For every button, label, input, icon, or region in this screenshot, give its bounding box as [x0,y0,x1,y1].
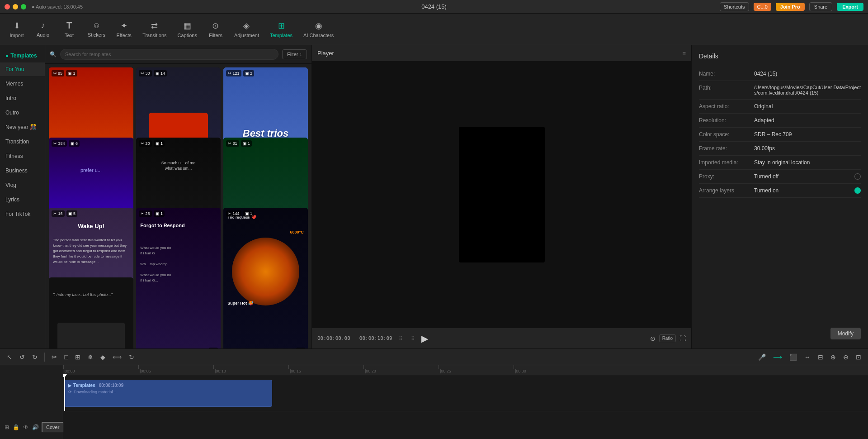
total-time: 00:00:10:09 [359,335,392,341]
tool-effects[interactable]: ✦ Effects [112,18,136,41]
fullscreen-button[interactable]: ⛶ [679,334,686,342]
detail-label-proxy: Proxy: [699,173,749,180]
detail-label-aspect: Aspect ratio: [699,103,749,110]
tool-adjustment[interactable]: ◈ Adjustment [230,18,264,41]
crop-button[interactable]: ⊞ [73,352,83,362]
sidebar-item-for-tiktok[interactable]: For TikTok [0,207,45,221]
arrange-toggle[interactable] [854,187,861,194]
detail-label-path: Path: [699,85,749,91]
sidebar-item-outro[interactable]: Outro [0,106,45,119]
account-button[interactable]: C...0 [754,3,771,11]
redo-button[interactable]: ↻ [30,352,40,362]
search-icon: 🔍 [50,51,57,57]
detail-value-colorspace: SDR – Rec.709 [754,131,861,138]
mirror-button[interactable]: ⟺ [110,352,124,362]
proxy-toggle[interactable] [854,173,861,180]
ratio-button[interactable]: Ratio [659,334,676,342]
select-tool[interactable]: ↖ [5,352,14,362]
player-title: Player [317,50,334,57]
close-button[interactable] [5,4,10,10]
lock-track-icon[interactable]: 🔒 [12,423,20,431]
template-card[interactable]: Forgot to Respond What would you doif i … [136,208,221,349]
cover-button[interactable]: Cover [42,422,64,433]
zoom-to-fit[interactable]: ⊡ [854,352,863,362]
transitions-icon: ⇄ [151,21,158,31]
tool-transitions[interactable]: ⇄ Transitions [138,18,171,41]
tl-tool-2[interactable]: ⬛ [787,352,799,362]
template-card[interactable]: "i hate my face.. but this photo..." 😐 [49,277,133,348]
freeze-button[interactable]: ❄ [85,352,95,362]
tool-text[interactable]: T Text [57,18,81,41]
download-button[interactable]: ⬇ [296,348,305,348]
share-button[interactable]: Share [809,2,832,11]
sidebar-item-business[interactable]: Business [0,164,45,177]
detail-value-proxy: Turned off [754,173,849,180]
modify-button[interactable]: Modify [830,328,861,339]
clip-title: ▶ Templates 00:00:10:09 [68,383,268,388]
detail-resolution: Resolution: Adapted [699,114,861,128]
split-button[interactable]: ✂ [49,352,59,362]
minimize-button[interactable] [13,4,18,10]
tl-tool-1[interactable]: ⟶ [771,352,784,362]
tool-templates[interactable]: ⊞ Templates [265,18,297,41]
template-clip[interactable]: ▶ Templates 00:00:10:09 ⟳ Downloading ma… [64,380,272,407]
clip-subtitle: ⟳ Downloading material... [68,390,268,394]
ai-characters-label: AI Characters [303,33,334,38]
templates-panel: ● Templates For You Memes Intro Outro Ne… [0,45,312,348]
undo-button[interactable]: ↺ [17,352,27,362]
transitions-label: Transitions [142,33,166,38]
player-menu-icon[interactable]: ≡ [682,50,686,57]
rotate-button[interactable]: ↻ [127,352,137,362]
card-stats: ✂ 16 ▣ 5 [52,210,77,217]
delete-button[interactable]: □ [62,352,70,362]
main-track-lane: ▶ Templates 00:00:10:09 ⟳ Downloading ma… [63,375,868,411]
sidebar-item-new-year[interactable]: New year 🎊 [0,120,45,134]
sidebar-item-vlog[interactable]: Vlog [0,178,45,192]
sidebar-item-fitness[interactable]: Fitness [0,149,45,163]
tl-tool-3[interactable]: ↔ [802,352,813,362]
current-time: 00:00:00.00 [317,335,350,341]
tool-import[interactable]: ⬇ Import [5,18,29,41]
shortcuts-button[interactable]: Shortcuts [720,2,749,11]
tl-tool-5[interactable]: ⊕ [828,352,838,362]
template-card[interactable]: Trio request! ❤️ 6000°C Super Hot 🥵 ✂ 14… [223,208,308,349]
category-sidebar: ● Templates For You Memes Intro Outro Ne… [0,45,45,348]
playhead[interactable] [64,375,65,411]
sidebar-item-for-you[interactable]: For You [0,62,45,76]
sidebar-item-transition[interactable]: Transition [0,135,45,148]
eye-track-icon[interactable]: 👁 [22,423,29,431]
tool-ai-characters[interactable]: ◉ AI Characters [299,18,338,41]
mic-button[interactable]: 🎤 [756,352,768,362]
filter-button[interactable]: Filter ↕ [282,49,307,59]
tl-tool-6[interactable]: ⊖ [841,352,851,362]
detail-value-resolution: Adapted [754,117,861,124]
fullscreen-focus-icon[interactable]: ⊙ [650,334,656,342]
stickers-icon: ☺ [92,21,100,30]
sidebar-item-memes[interactable]: Memes [0,77,45,91]
detail-path: Path: /Users/topgus/Movies/CapCut/User D… [699,81,861,100]
card-stats: ✂ 20 ▣ 1 [139,140,165,147]
keyframe-button[interactable]: ◆ [98,352,108,362]
detail-label-imported: Imported media: [699,159,749,166]
sidebar-item-intro[interactable]: Intro [0,91,45,105]
play-button[interactable]: ▶ [421,333,428,344]
sidebar-item-lyrics[interactable]: Lyrics [0,193,45,206]
tool-filters[interactable]: ⊙ Filters [203,18,228,41]
main-toolbar: ⬇ Import ♪ Audio T Text ☺ Stickers ✦ Eff… [0,14,868,45]
tool-captions[interactable]: ▦ Captions [173,18,202,41]
add-track-icon[interactable]: ⊞ [4,423,10,431]
detail-value-name: 0424 (15) [754,71,861,77]
joinpro-button[interactable]: Join Pro [776,3,805,11]
maximize-button[interactable] [21,4,26,10]
tool-audio[interactable]: ♪ Audio [31,18,55,40]
audio-icon: ♪ [41,21,45,30]
tool-stickers[interactable]: ☺ Stickers [83,18,110,40]
details-panel: Details Name: 0424 (15) Path: /Users/top… [692,45,868,348]
detail-aspect: Aspect ratio: Original [699,100,861,114]
audio-track-icon[interactable]: 🔊 [31,423,40,431]
export-button[interactable]: Export [837,3,863,11]
tl-tool-4[interactable]: ⊟ [816,352,826,362]
search-input[interactable] [60,49,278,60]
download-button[interactable]: ⬇ [209,348,218,348]
titlebar: ● Auto saved: 18:00:45 0424 (15) Shortcu… [0,0,868,14]
